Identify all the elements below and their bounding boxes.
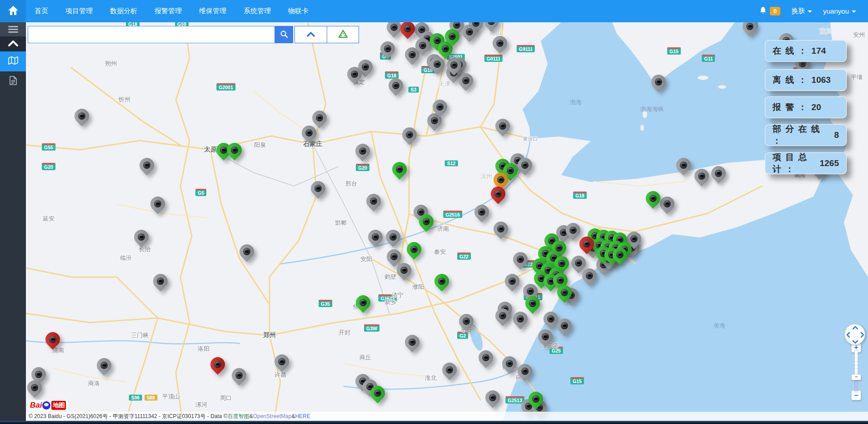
map-marker-pin-online[interactable] — [392, 162, 407, 177]
map-marker-pin-alarm[interactable] — [579, 237, 594, 251]
user-dropdown[interactable]: yuanyou — [823, 7, 856, 15]
map-marker-pin-offline[interactable] — [140, 158, 154, 172]
map-marker-pin-offline[interactable] — [544, 312, 558, 326]
map-marker-pin-offline[interactable] — [442, 363, 457, 377]
map-canvas[interactable]: G18G59G55G20G2001G5G4G1G0111G9111S2501S3… — [26, 22, 868, 424]
sidebar-item-report[interactable] — [0, 71, 26, 91]
map-marker-pin-offline[interactable] — [386, 230, 400, 244]
map-marker-pin-online[interactable] — [646, 191, 660, 206]
map-marker-pin-offline[interactable] — [493, 36, 507, 50]
map-marker-pin-offline[interactable] — [387, 249, 401, 264]
map-marker-pin-offline[interactable] — [743, 22, 757, 34]
map-marker-pin-alarm[interactable] — [400, 22, 415, 36]
collapse-panel-button[interactable] — [295, 26, 327, 43]
map-marker-pin-offline[interactable] — [660, 197, 674, 211]
map-marker-pin-offline[interactable] — [462, 25, 477, 39]
nav-item-alarm-management[interactable]: 报警管理 — [146, 0, 190, 22]
map-marker-pin-offline[interactable] — [518, 158, 532, 172]
map-marker-pin-offline[interactable] — [311, 181, 325, 196]
map-marker-pin-offline[interactable] — [397, 263, 411, 278]
map-marker-pin-offline[interactable] — [484, 22, 499, 29]
map-marker-pin-offline[interactable] — [474, 205, 489, 219]
map-marker-pin-offline[interactable] — [368, 230, 383, 244]
nav-item-home[interactable]: 首页 — [26, 0, 57, 22]
map-marker-pin-offline[interactable] — [494, 222, 508, 236]
map-marker-pin-offline[interactable] — [274, 354, 289, 369]
map-marker-pin-alarm[interactable] — [491, 187, 505, 201]
map-marker-pin-offline[interactable] — [518, 364, 532, 379]
map-marker-pin-offline[interactable] — [153, 274, 168, 288]
skin-dropdown[interactable]: 换肤 — [791, 7, 812, 15]
map-marker-pin-offline[interactable] — [459, 73, 473, 88]
map-marker-pin-offline[interactable] — [566, 223, 580, 237]
map-marker-pin-offline[interactable] — [557, 318, 572, 333]
map-marker-pin-offline[interactable] — [582, 268, 597, 283]
map-marker-pin-offline[interactable] — [232, 368, 246, 383]
map-marker-pin-offline[interactable] — [495, 119, 510, 133]
zoom-slider-handle[interactable]: − — [851, 374, 861, 380]
map-marker-pin-online[interactable] — [613, 247, 627, 262]
sidebar-collapse-button[interactable] — [0, 22, 26, 36]
map-marker-pin-online[interactable] — [356, 295, 370, 310]
map-marker-pin-offline[interactable] — [495, 308, 510, 323]
map-marker-pin-alarm[interactable] — [45, 332, 60, 347]
map-marker-pin-online[interactable] — [525, 296, 540, 311]
map-marker-pin-online[interactable] — [227, 143, 242, 157]
map-marker-pin-offline[interactable] — [459, 314, 474, 328]
here-link[interactable]: HERE — [295, 413, 310, 419]
map-marker-pin-offline[interactable] — [355, 144, 370, 158]
map-marker-pin-offline[interactable] — [150, 197, 165, 211]
map-marker-pin-offline[interactable] — [389, 78, 403, 93]
map-pan-control[interactable] — [844, 324, 865, 345]
map-marker-pin-online[interactable] — [434, 274, 449, 288]
map-marker-pin-offline[interactable] — [505, 274, 519, 288]
map-marker-pin-offline[interactable] — [513, 312, 528, 326]
map-marker-pin-offline[interactable] — [433, 100, 447, 114]
notifications-button[interactable]: 0 — [759, 6, 780, 16]
baidu-zhitu-link[interactable]: 百度智图 — [228, 413, 249, 420]
map-marker-pin-online[interactable] — [419, 214, 434, 229]
openstreetmap-link[interactable]: OpenStreetMap — [253, 413, 292, 419]
map-marker-pin-offline[interactable] — [97, 358, 111, 373]
map-marker-pin-offline[interactable] — [75, 109, 89, 123]
sidebar-fold-button[interactable] — [0, 36, 26, 51]
nav-item-data-analysis[interactable]: 数据分析 — [101, 0, 146, 22]
nav-item-iot-card[interactable]: 物联卡 — [279, 0, 317, 22]
map-marker-pin-offline[interactable] — [239, 244, 254, 259]
map-marker-pin-offline[interactable] — [676, 158, 691, 172]
sidebar-item-map[interactable] — [0, 51, 26, 71]
nav-item-maintenance-management[interactable]: 维保管理 — [190, 0, 235, 22]
map-marker-pin-offline[interactable] — [447, 58, 461, 72]
map-marker-pin-offline[interactable] — [387, 22, 401, 35]
home-logo-button[interactable] — [0, 0, 26, 22]
map-marker-pin-offline[interactable] — [694, 169, 709, 183]
map-search-input[interactable] — [28, 26, 275, 43]
map-marker-pin-offline[interactable] — [479, 350, 493, 365]
map-marker-pin-offline[interactable] — [513, 252, 528, 267]
map-marker-pin-offline[interactable] — [347, 67, 362, 81]
search-button[interactable] — [275, 26, 293, 43]
map-marker-pin-offline[interactable] — [415, 38, 430, 53]
map-marker-pin-offline[interactable] — [502, 356, 517, 371]
nav-item-system-management[interactable]: 系统管理 — [235, 0, 279, 22]
map-marker-pin-partial[interactable] — [494, 172, 508, 187]
map-marker-pin-offline[interactable] — [380, 41, 395, 56]
map-marker-pin-offline[interactable] — [405, 335, 419, 349]
map-marker-pin-online[interactable] — [407, 242, 421, 257]
map-marker-pin-offline[interactable] — [711, 166, 726, 181]
map-marker-pin-offline[interactable] — [27, 380, 42, 395]
map-marker-pin-online[interactable] — [557, 285, 572, 300]
map-marker-pin-offline[interactable] — [312, 111, 327, 125]
map-marker-pin-offline[interactable] — [651, 75, 666, 89]
map-marker-pin-offline[interactable] — [402, 127, 417, 142]
map-marker-pin-offline[interactable] — [430, 57, 444, 71]
map-marker-pin-offline[interactable] — [31, 367, 46, 382]
map-marker-pin-offline[interactable] — [366, 194, 381, 208]
map-marker-pin-offline[interactable] — [538, 329, 553, 344]
map-marker-pin-offline[interactable] — [302, 126, 316, 140]
nav-item-project-management[interactable]: 项目管理 — [57, 0, 101, 22]
map-marker-pin-offline[interactable] — [485, 390, 500, 405]
map-marker-pin-online[interactable] — [370, 386, 385, 400]
map-marker-pin-online[interactable] — [445, 29, 459, 44]
map-marker-pin-offline[interactable] — [134, 230, 149, 244]
